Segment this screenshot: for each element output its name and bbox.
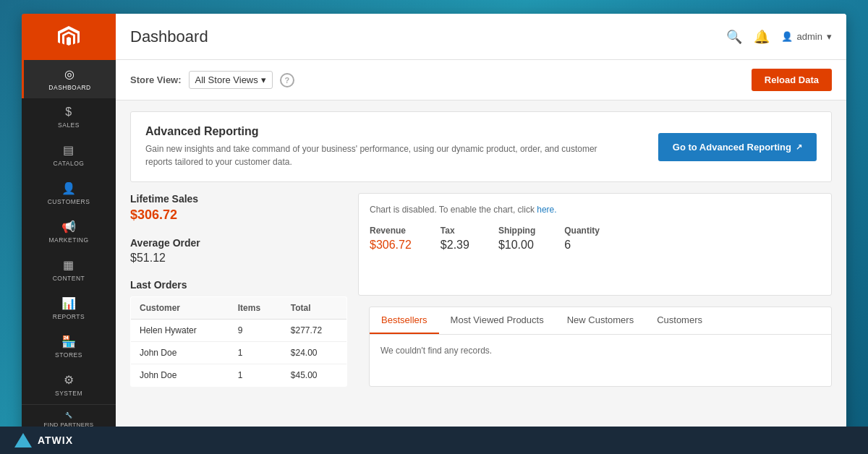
content-icon: ▦ [63, 258, 75, 272]
chart-enable-link[interactable]: here. [537, 205, 556, 215]
advanced-reporting-text: Advanced Reporting Gain new insights and… [145, 125, 616, 168]
metric-shipping-label: Shipping [498, 226, 535, 236]
catalog-icon: ▤ [63, 143, 75, 157]
sidebar-item-customers[interactable]: 👤 CUSTOMERS [22, 174, 116, 213]
atwix-label: ATWIX [38, 434, 73, 446]
tab-bestsellers-label: Bestsellers [381, 314, 427, 325]
table-row: Helen Hywater 9 $277.72 [131, 320, 347, 342]
lifetime-sales: Lifetime Sales $306.72 [130, 193, 347, 223]
metric-tax: Tax $2.39 [441, 226, 469, 252]
tab-new-customers[interactable]: New Customers [556, 307, 645, 334]
average-order-label: Average Order [130, 237, 347, 249]
sidebar-item-stores[interactable]: 🏪 STORES [22, 327, 116, 366]
metric-shipping: Shipping $10.00 [498, 226, 535, 252]
metric-quantity-value: 6 [564, 239, 600, 252]
sales-icon: $ [65, 106, 72, 119]
sidebar-item-content[interactable]: ▦ CONTENT [22, 251, 116, 289]
store-view-select[interactable]: All Store Views ▾ [189, 71, 273, 89]
stats-section: Lifetime Sales $306.72 Average Order $51… [130, 193, 347, 387]
col-customer: Customer [131, 297, 229, 320]
table-row: John Doe 1 $45.00 [131, 364, 347, 387]
store-view-bar: Store View: All Store Views ▾ ? Reload D… [116, 60, 846, 100]
admin-label: admin [797, 31, 822, 42]
orders-table: Customer Items Total Helen Hywater 9 $27… [130, 296, 347, 387]
stores-icon: 🏪 [61, 335, 77, 348]
store-view-chevron-icon: ▾ [261, 74, 266, 85]
order-total-1: $24.00 [282, 342, 347, 364]
go-to-advanced-reporting-button[interactable]: Go to Advanced Reporting ↗ [658, 133, 817, 161]
sidebar-item-marketing[interactable]: 📢 MARKETING [22, 213, 116, 251]
metric-quantity: Quantity 6 [564, 226, 600, 252]
order-customer-1: John Doe [131, 342, 229, 364]
col-items: Items [229, 297, 282, 320]
tab-bestsellers[interactable]: Bestsellers [370, 307, 439, 334]
chart-disabled-message: Chart is disabled. To enable the chart, … [370, 205, 820, 215]
sidebar-item-dashboard[interactable]: ◎ DASHBOARD [22, 60, 116, 98]
chart-disabled-text: Chart is disabled. To enable the chart, … [370, 205, 535, 215]
lifetime-sales-label: Lifetime Sales [130, 193, 347, 205]
metric-revenue: Revenue $306.72 [370, 226, 412, 252]
bottom-area: Lifetime Sales $306.72 Average Order $51… [130, 193, 832, 387]
reload-data-button[interactable]: Reload Data [752, 69, 832, 91]
order-customer-0: Helen Hywater [131, 320, 229, 342]
last-orders-section: Last Orders Customer Items Total [130, 279, 347, 387]
sidebar-item-sales[interactable]: $ SALES [22, 98, 116, 136]
notifications-icon[interactable]: 🔔 [754, 29, 770, 45]
sidebar-logo [22, 14, 116, 60]
customers-icon: 👤 [61, 181, 77, 195]
store-view-left: Store View: All Store Views ▾ ? [130, 71, 294, 89]
metric-quantity-label: Quantity [564, 226, 600, 236]
atwix-triangle-icon [14, 433, 32, 447]
chart-area: Chart is disabled. To enable the chart, … [358, 193, 832, 296]
topbar: Dashboard 🔍 🔔 👤 admin ▾ [116, 14, 846, 60]
orders-table-header-row: Customer Items Total [131, 297, 347, 320]
tab-content: We couldn't find any records. [370, 335, 831, 367]
admin-chevron-icon: ▾ [827, 31, 832, 42]
orders-table-head: Customer Items Total [131, 297, 347, 320]
order-items-0: 9 [229, 320, 282, 342]
admin-menu[interactable]: 👤 admin ▾ [781, 31, 832, 42]
tab-new-customers-label: New Customers [567, 314, 634, 325]
average-order: Average Order $51.12 [130, 237, 347, 265]
admin-avatar-icon: 👤 [781, 31, 793, 42]
page-title: Dashboard [130, 27, 208, 46]
metric-tax-value: $2.39 [441, 239, 469, 252]
tab-most-viewed-products[interactable]: Most Viewed Products [439, 307, 556, 334]
metric-shipping-value: $10.00 [498, 239, 535, 252]
col-total: Total [282, 297, 347, 320]
lifetime-sales-amount: $306.72 [130, 207, 347, 223]
tab-customers[interactable]: Customers [645, 307, 714, 334]
last-orders-title: Last Orders [130, 279, 347, 291]
table-row: John Doe 1 $24.00 [131, 342, 347, 364]
right-section: Chart is disabled. To enable the chart, … [358, 193, 832, 387]
average-order-amount: $51.12 [130, 252, 347, 265]
dashboard-icon: ◎ [64, 67, 75, 81]
reports-icon: 📊 [61, 296, 77, 310]
tab-customers-label: Customers [657, 314, 702, 325]
advanced-reporting-section: Advanced Reporting Gain new insights and… [130, 111, 832, 182]
atwix-logo: ATWIX [14, 433, 73, 447]
metric-revenue-value: $306.72 [370, 239, 412, 252]
chart-metrics: Revenue $306.72 Tax $2.39 Shipping $10.0… [370, 226, 820, 252]
metric-tax-label: Tax [441, 226, 469, 236]
search-icon[interactable]: 🔍 [726, 29, 742, 45]
adv-reporting-btn-label: Go to Advanced Reporting [673, 142, 791, 153]
order-customer-2: John Doe [131, 364, 229, 387]
help-icon[interactable]: ? [280, 73, 294, 87]
sidebar-item-catalog[interactable]: ▤ CATALOG [22, 136, 116, 174]
order-total-2: $45.00 [282, 364, 347, 387]
atwix-footer: ATWIX [0, 427, 868, 454]
order-items-2: 1 [229, 364, 282, 387]
tabs-header: Bestsellers Most Viewed Products New Cus… [370, 307, 831, 335]
order-items-1: 1 [229, 342, 282, 364]
store-view-value: All Store Views [195, 74, 258, 85]
sidebar: ◎ DASHBOARD $ SALES ▤ CATALOG 👤 CUSTOMER… [22, 14, 116, 440]
advanced-reporting-description: Gain new insights and take command of yo… [145, 142, 616, 168]
metric-revenue-label: Revenue [370, 226, 412, 236]
sidebar-item-reports[interactable]: 📊 REPORTS [22, 289, 116, 327]
sidebar-item-system[interactable]: ⚙ SYSTEM [22, 366, 116, 404]
topbar-actions: 🔍 🔔 👤 admin ▾ [726, 29, 832, 45]
tab-empty-message: We couldn't find any records. [380, 346, 492, 356]
marketing-icon: 📢 [61, 220, 77, 234]
orders-table-body: Helen Hywater 9 $277.72 John Doe 1 $24.0… [131, 320, 347, 387]
